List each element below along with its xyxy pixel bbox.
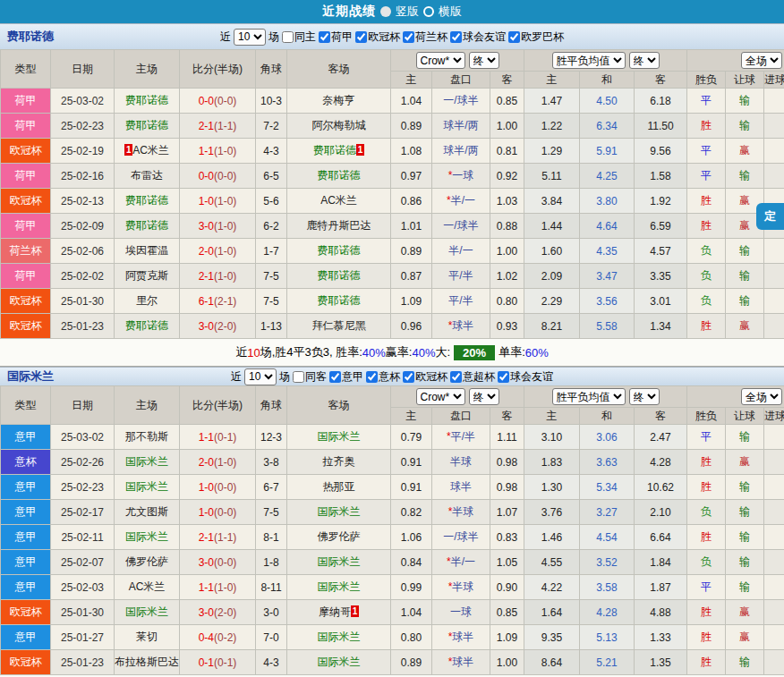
home-odds-cell: 0.84: [391, 550, 432, 575]
mean-final-select[interactable]: 终: [629, 52, 660, 69]
home-team-cell: 费耶诺德: [115, 214, 180, 239]
away-odds-cell: 0.92: [490, 164, 524, 189]
league-filter-checkbox[interactable]: [355, 31, 367, 43]
league-filter-checkbox[interactable]: [319, 31, 330, 43]
match-date: 25-02-13: [51, 189, 115, 214]
result-cell: 胜: [687, 525, 726, 550]
full-score: 2-0: [199, 245, 214, 258]
league-filter-label: 荷甲: [331, 30, 353, 45]
home-team-cell: 布雷达: [115, 164, 180, 189]
handicap-star: *: [448, 630, 453, 643]
goals-clipped-cell: [764, 600, 784, 625]
handicap-result-cell: 赢: [726, 625, 764, 650]
odds-company-select[interactable]: Crow*: [416, 52, 465, 69]
league-filter-checkbox[interactable]: [450, 31, 462, 43]
home-team-name: 佛罗伦萨: [125, 555, 168, 568]
score-cell: 0-4(0-2): [180, 625, 256, 650]
odds-final-select[interactable]: 终: [469, 52, 499, 69]
away-team-cell: 国际米兰: [287, 650, 391, 675]
away-team-cell: 国际米兰: [287, 575, 391, 600]
handicap-star: *: [448, 169, 453, 182]
home-team-cell: AC米兰: [115, 575, 180, 600]
score-cell: 1-0(0-0): [180, 475, 256, 500]
full-score: 2-1: [199, 531, 214, 544]
mean-home-cell: 4.22: [524, 575, 580, 600]
corners-cell: 6-2: [256, 214, 287, 239]
away-odds-cell: 1.00: [490, 650, 524, 675]
pin-button[interactable]: 定: [756, 203, 784, 230]
handicap-cell: *平/半: [432, 425, 490, 450]
home-team-cell: 佛罗伦萨: [115, 550, 180, 575]
sub-column-header: 主: [524, 72, 580, 89]
home-team-cell: 费耶诺德: [115, 314, 180, 339]
handicap-cell: *球半: [432, 625, 490, 650]
league-filter-checkbox[interactable]: [508, 31, 520, 43]
odds-final-select[interactable]: 终: [469, 388, 499, 405]
result-cell: 负: [687, 264, 726, 289]
vertical-layout-radio[interactable]: [380, 6, 391, 17]
scope-select[interactable]: 全场: [741, 52, 782, 69]
goals-clipped-cell: [764, 425, 784, 450]
mean-odds-select[interactable]: 胜平负均值: [552, 388, 626, 405]
table-row: 欧冠杯25-02-191AC米兰1-1(1-0)4-3费耶诺德11.08球半/两…: [1, 139, 784, 164]
games-count-select[interactable]: 10: [244, 368, 277, 385]
vertical-layout-label: 竖版: [396, 4, 419, 20]
sub-column-header: 客: [490, 72, 524, 89]
mean-final-select[interactable]: 终: [629, 388, 660, 405]
league-filter: 球会友谊: [450, 30, 506, 45]
match-date: 25-01-30: [51, 289, 115, 314]
sub-column-header: 进球: [764, 408, 784, 425]
mean-home-cell: 2.29: [524, 289, 580, 314]
column-header: 比分(半场): [180, 386, 256, 425]
mean-odds-select[interactable]: 胜平负均值: [552, 52, 626, 69]
same-venue-checkbox[interactable]: [282, 31, 294, 43]
half-score: (1-0): [214, 195, 236, 207]
mean-draw-cell: 3.06: [580, 425, 635, 450]
league-filter-checkbox[interactable]: [329, 371, 341, 383]
summary-text: 10: [247, 346, 260, 360]
home-team-cell: 国际米兰: [115, 525, 180, 550]
scope-select[interactable]: 全场: [741, 388, 782, 405]
league-filter-checkbox[interactable]: [403, 371, 414, 383]
mean-draw-cell: 4.50: [580, 89, 635, 114]
table-row: 意甲25-02-17尤文图斯1-0(0-0)7-5国际米兰0.82*半球1.07…: [1, 500, 784, 525]
corners-cell: 7-5: [256, 264, 287, 289]
away-odds-cell: 1.00: [490, 114, 524, 139]
column-header: 角球: [256, 50, 287, 89]
league-filter-checkbox[interactable]: [450, 371, 462, 383]
corners-cell: 7-5: [256, 500, 287, 525]
goals-clipped-cell: [764, 239, 784, 264]
league-filter-checkbox[interactable]: [498, 371, 509, 383]
same-venue-checkbox[interactable]: [293, 371, 304, 383]
match-date: 25-02-16: [51, 164, 115, 189]
away-team-cell: AC米兰: [287, 189, 391, 214]
match-type-badge: 欧冠杯: [1, 314, 51, 339]
match-date: 25-02-06: [51, 239, 115, 264]
near-label: 近: [220, 30, 231, 45]
score-cell: 2-0(1-0): [180, 239, 256, 264]
league-filter: 意超杯: [450, 369, 495, 385]
full-score: 2-0: [199, 456, 214, 469]
horizontal-layout-radio[interactable]: [423, 6, 434, 17]
odds-company-select[interactable]: Crow*: [416, 388, 465, 405]
match-type-badge: 意甲: [1, 550, 51, 575]
half-score: (0-0): [214, 481, 236, 494]
handicap-cell: *半球: [432, 575, 490, 600]
league-filter-checkbox[interactable]: [366, 371, 378, 383]
half-score: (1-0): [214, 145, 236, 157]
home-team-cell: 布拉格斯巴达: [115, 650, 180, 675]
mean-home-cell: 8.64: [524, 650, 580, 675]
home-odds-cell: 0.91: [391, 475, 432, 500]
home-team-cell: 费耶诺德: [115, 114, 180, 139]
mean-draw-cell: 5.58: [580, 314, 635, 339]
league-filter-checkbox[interactable]: [403, 31, 414, 43]
league-filter: 荷兰杯: [403, 30, 447, 45]
table-row: 欧冠杯25-01-23费耶诺德3-0(2-0)1-13拜仁慕尼黑0.96*球半0…: [1, 314, 784, 339]
match-date: 25-02-17: [51, 500, 115, 525]
away-odds-cell: 0.85: [490, 600, 524, 625]
games-count-select[interactable]: 10: [234, 29, 266, 46]
column-header: 日期: [51, 50, 115, 89]
summary-text: 60%: [525, 346, 549, 360]
sub-column-header: 让球: [726, 72, 764, 89]
away-team-cell: 拜仁慕尼黑: [287, 314, 391, 339]
